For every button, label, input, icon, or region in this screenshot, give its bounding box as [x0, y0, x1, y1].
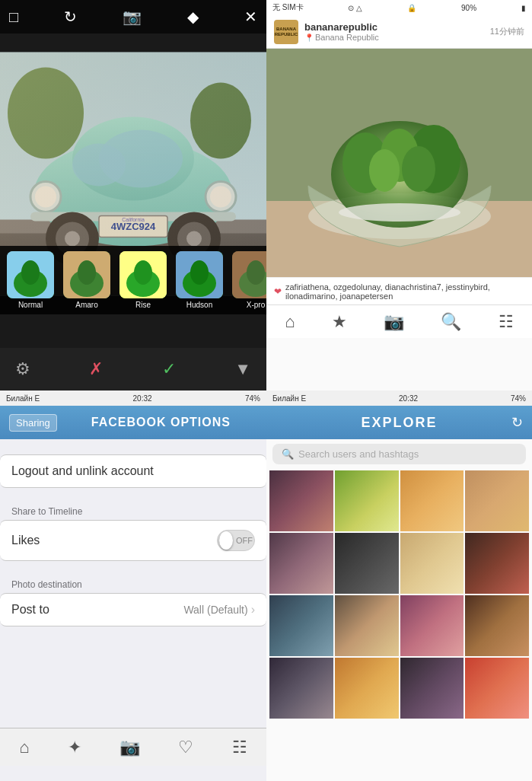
logout-section: Logout and unlink account [0, 454, 266, 488]
grid-item-2[interactable] [335, 470, 399, 531]
post-photo [266, 49, 532, 277]
signal-label: 无 SIM卡 [272, 2, 304, 13]
status-bar-q2: 无 SIM卡 ⊙ △ 🔒 90% ▮ [266, 0, 532, 15]
svg-point-35 [190, 260, 209, 285]
star-nav-icon[interactable]: ★ [332, 312, 347, 332]
explore-grid-wrapper [266, 469, 532, 758]
instagram-post-panel: 无 SIM卡 ⊙ △ 🔒 90% ▮ BANANAREPUBLIC banana… [266, 0, 532, 390]
grid-item-12[interactable] [465, 595, 529, 656]
likes-row[interactable]: Likes OFF [0, 520, 266, 561]
close-icon[interactable]: ✕ [244, 8, 257, 26]
post-to-label: Post to [11, 603, 49, 617]
q3-content: Билайн E 20:32 74% Sharing FACEBOOK OPTI… [0, 390, 266, 766]
search-bar[interactable]: 🔍 Search users and hashtags [272, 444, 526, 464]
filter-normal[interactable]: Normal [5, 251, 56, 309]
filter-xpro-label: X-pro [247, 301, 265, 309]
explore-panel: Билайн E 20:32 74% EXPLORE ↻ 🔍 Search us… [266, 390, 532, 781]
square-icon[interactable]: □ [9, 8, 18, 26]
filter-amaro-thumb [63, 251, 110, 298]
grid-item-3[interactable] [400, 470, 464, 531]
grid-item-5[interactable] [269, 533, 333, 594]
star-nav-q3[interactable]: ✦ [68, 738, 81, 757]
svg-point-38 [247, 260, 265, 285]
grid-item-11[interactable] [400, 595, 464, 656]
grid-item-14[interactable] [335, 658, 399, 719]
grid-item-1[interactable] [269, 470, 333, 531]
bottom-nav-q2: ⌂ ★ 📷 🔍 ☷ [266, 304, 532, 338]
svg-point-32 [134, 260, 152, 285]
filter-editor-panel: □ ↻ 📷 ◆ ✕ [0, 0, 266, 390]
top-toolbar: □ ↻ 📷 ◆ ✕ [0, 0, 266, 33]
post-username[interactable]: bananarepublic [304, 21, 379, 33]
likes-text: zafiriathena, ozgedolunay, dianachristin… [285, 282, 524, 301]
signal-label-q4: Билайн E [272, 394, 306, 403]
heart-icon[interactable]: ❤ [274, 286, 282, 297]
svg-point-46 [369, 149, 400, 192]
battery-label-q3: 74% [245, 394, 260, 403]
post-time: 11分钟前 [490, 26, 524, 37]
grid-item-6[interactable] [335, 533, 399, 594]
logout-row[interactable]: Logout and unlink account [0, 454, 266, 488]
rotate-icon[interactable]: ↻ [64, 8, 77, 26]
post-to-row[interactable]: Post to Wall (Default) › [0, 593, 266, 626]
time-label-q3: 20:32 [133, 394, 152, 403]
cancel-button[interactable]: ✗ [89, 359, 103, 379]
bottom-nav-q3: ⌂ ✦ 📷 ♡ ☷ [0, 728, 266, 766]
more-icon[interactable]: ▼ [234, 359, 251, 379]
filter-strip: Normal Amaro Rise Hudson X-pro [0, 246, 266, 314]
camera-edit-icon[interactable]: 📷 [123, 8, 142, 26]
chevron-right-icon: › [251, 603, 255, 617]
search-nav-icon[interactable]: 🔍 [441, 312, 461, 332]
signal-label-q3: Билайн E [6, 394, 40, 403]
camera-nav-icon[interactable]: 📷 [384, 312, 404, 332]
post-likes: ❤ zafiriathena, ozgedolunay, dianachrist… [266, 277, 532, 304]
share-timeline-header: Share to Timeline [0, 500, 266, 520]
back-button-q3[interactable]: Sharing [9, 414, 57, 432]
post-location: 📍 Banana Republic [304, 33, 379, 42]
action-bar: ⚙ ✗ ✓ ▼ [0, 348, 266, 390]
facebook-options-panel: Билайн E 20:32 74% Sharing FACEBOOK OPTI… [0, 390, 266, 781]
q4-content: Билайн E 20:32 74% EXPLORE ↻ 🔍 Search us… [266, 390, 532, 766]
filter-rise-label: Rise [135, 301, 151, 309]
grid-item-7[interactable] [400, 533, 464, 594]
avatar: BANANAREPUBLIC [274, 20, 298, 44]
post-header: BANANAREPUBLIC bananarepublic 📍 Banana R… [266, 15, 532, 49]
heart-nav-q3[interactable]: ♡ [178, 738, 193, 757]
camera-nav-q3[interactable]: 📷 [119, 738, 140, 757]
filter-normal-label: Normal [18, 301, 43, 309]
settings-icon[interactable]: ⚙ [15, 359, 30, 379]
grid-item-13[interactable] [269, 658, 333, 719]
nav-bar-q3: Sharing FACEBOOK OPTIONS [0, 406, 266, 439]
filter-rise[interactable]: Rise [117, 251, 169, 309]
grid-item-9[interactable] [269, 595, 333, 656]
grid-item-10[interactable] [335, 595, 399, 656]
drop-icon[interactable]: ◆ [187, 8, 199, 26]
filter-amaro-label: Amaro [75, 301, 97, 309]
grid-item-4[interactable] [465, 470, 529, 531]
battery-label-q4: 74% [511, 394, 526, 403]
post-to-value-text: Wall (Default) [183, 604, 247, 616]
filter-amaro[interactable]: Amaro [61, 251, 113, 309]
filter-hudson[interactable]: Hudson [174, 251, 225, 309]
grid-item-8[interactable] [465, 533, 529, 594]
filter-xpro[interactable]: X-pro [230, 251, 266, 309]
refresh-icon[interactable]: ↻ [511, 414, 523, 431]
filter-xpro-thumb [232, 251, 266, 298]
home-nav-icon[interactable]: ⌂ [285, 312, 295, 332]
explore-title: EXPLORE [361, 415, 437, 431]
logout-label: Logout and unlink account [11, 464, 154, 478]
toggle-knob [219, 531, 233, 550]
toggle-switch-likes[interactable]: OFF [217, 530, 255, 551]
post-user-info: bananarepublic 📍 Banana Republic [304, 21, 379, 42]
grid-nav-q3[interactable]: ☷ [232, 738, 247, 757]
grid-item-15[interactable] [400, 658, 464, 719]
confirm-button[interactable]: ✓ [162, 359, 176, 379]
home-nav-q3[interactable]: ⌂ [19, 738, 29, 757]
filter-rise-thumb [119, 251, 167, 298]
grid-nav-icon[interactable]: ☷ [499, 312, 514, 332]
photo-dest-header: Photo destination [0, 573, 266, 593]
wifi-icon: ⊙ △ [348, 4, 362, 12]
grid-item-16[interactable] [465, 658, 529, 719]
time-label-q4: 20:32 [399, 394, 418, 403]
likes-toggle[interactable]: OFF [217, 530, 255, 551]
